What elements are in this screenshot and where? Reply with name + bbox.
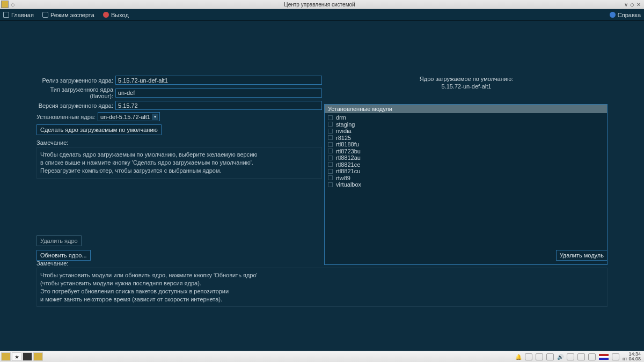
taskbar: ★ 🔔 🔊 14:34 пт 04.08 [0, 351, 644, 362]
update-kernel-button[interactable]: Обновить ядро... [36, 250, 91, 261]
note2-box: Чтобы установить модули или обновить ядр… [36, 268, 608, 307]
checkbox-icon[interactable] [328, 156, 333, 160]
checkbox-icon[interactable] [328, 162, 333, 167]
module-item[interactable]: rtl8821cu [325, 168, 607, 175]
checkbox-icon[interactable] [328, 115, 333, 120]
installed-kernels-dropdown[interactable]: un-def-5.15.72-alt1 ▾ [98, 112, 160, 121]
module-name: rtl8821ce [336, 161, 360, 168]
default-kernel-column: Ядро загружаемое по умолчанию: 5.15.72-u… [324, 76, 609, 90]
help-icon [610, 12, 616, 18]
menubar: Главная Режим эксперта Выход Справка [0, 9, 644, 21]
titlebar: ◇ Центр управления системой ∨ ◇ ✕ [0, 0, 644, 9]
module-name: rtw89 [336, 175, 350, 181]
module-name: staging [336, 121, 355, 128]
default-kernel-title: Ядро загружаемое по умолчанию: [324, 76, 609, 82]
chevron-down-icon: ▾ [152, 114, 158, 120]
taskbar-app-1[interactable] [1, 352, 11, 361]
window-title: Центр управления системой [15, 2, 624, 8]
menu-exit[interactable]: Выход [103, 12, 129, 18]
menu-expert[interactable]: Режим эксперта [42, 12, 94, 18]
close-icon[interactable]: ✕ [636, 2, 641, 8]
module-name: rtl8821cu [336, 168, 360, 174]
module-item[interactable]: rtl8812au [325, 154, 607, 161]
checkbox-icon[interactable] [328, 149, 333, 153]
tray-icon-7[interactable] [612, 353, 619, 360]
tray-icon-2[interactable] [536, 353, 543, 360]
content-area: Релиз загруженного ядра: 5.15.72-un-def-… [0, 21, 644, 351]
home-icon [3, 12, 9, 18]
release-label: Релиз загруженного ядра: [36, 77, 115, 84]
default-kernel-value: 5.15.72-un-def-alt1 [324, 83, 609, 90]
checkbox-icon[interactable] [328, 135, 333, 140]
app-icon [1, 1, 9, 8]
module-name: nvidia [336, 128, 352, 134]
version-label: Версия загруженного ядра: [36, 102, 115, 109]
module-item[interactable]: nvidia [325, 128, 607, 135]
module-item[interactable]: rtl8723bu [325, 148, 607, 155]
module-name: rtl8723bu [336, 148, 361, 154]
flavour-field[interactable]: un-def [115, 88, 322, 98]
tray-icon-5[interactable] [577, 353, 585, 360]
checkbox-icon[interactable] [328, 175, 333, 180]
version-field[interactable]: 5.15.72 [115, 101, 322, 110]
module-name: r8125 [336, 135, 351, 141]
display-icon [42, 12, 48, 18]
module-item[interactable]: r8125 [325, 135, 607, 142]
taskbar-app-4[interactable] [33, 352, 43, 361]
module-item[interactable]: virtualbox [325, 181, 607, 188]
kernel-info-column: Релиз загруженного ядра: 5.15.72-un-def-… [36, 76, 322, 179]
menu-home[interactable]: Главная [3, 12, 34, 18]
module-name: rtl8812au [336, 154, 361, 161]
tray-icon-1[interactable] [525, 353, 532, 360]
tray-icon-4[interactable] [567, 353, 574, 360]
module-item[interactable]: rtw89 [325, 175, 607, 182]
checkbox-icon[interactable] [328, 122, 333, 127]
module-item[interactable]: drm [325, 114, 607, 121]
module-name: rtl8188fu [336, 141, 359, 147]
bell-icon[interactable]: 🔔 [515, 354, 522, 360]
flavour-label: Тип загруженного ядра (flavour): [36, 86, 115, 99]
note-label: Замечание: [36, 139, 322, 146]
delete-module-button[interactable]: Удалить модуль [556, 250, 608, 261]
modules-list: drmstagingnvidiar8125rtl8188furtl8723bur… [325, 113, 607, 189]
taskbar-app-2[interactable]: ★ [12, 352, 21, 361]
note2-label: Замечание: [36, 260, 68, 267]
release-field[interactable]: 5.15.72-un-def-alt1 [115, 76, 322, 85]
module-item[interactable]: rtl8821ce [325, 161, 607, 168]
module-name: drm [336, 114, 346, 121]
clock[interactable]: 14:34 пт 04.08 [623, 352, 641, 361]
volume-icon[interactable]: 🔊 [557, 354, 564, 360]
chevron-icon: ◇ [11, 2, 15, 8]
checkbox-icon[interactable] [328, 169, 333, 174]
installed-modules-box: Установленные модули drmstagingnvidiar81… [324, 104, 608, 265]
module-item[interactable]: staging [325, 121, 607, 128]
make-default-kernel-button[interactable]: Сделать ядро загружаемым по умолчанию [36, 124, 162, 135]
delete-kernel-button[interactable]: Удалить ядро [36, 235, 82, 246]
keyboard-layout-flag[interactable] [599, 354, 609, 360]
note-box: Чтобы сделать ядро загружаемым по умолча… [36, 147, 322, 179]
maximize-icon[interactable]: ◇ [630, 2, 634, 8]
module-name: virtualbox [336, 181, 361, 188]
checkbox-icon[interactable] [328, 142, 333, 147]
minimize-icon[interactable]: ∨ [624, 2, 628, 8]
checkbox-icon[interactable] [328, 129, 333, 134]
module-item[interactable]: rtl8188fu [325, 141, 607, 148]
taskbar-app-3[interactable] [23, 352, 32, 361]
checkbox-icon[interactable] [328, 182, 333, 187]
installed-kernels-label: Установленные ядра: [36, 114, 96, 120]
exit-icon [103, 12, 109, 18]
tray-icon-3[interactable] [546, 353, 554, 360]
installed-modules-header: Установленные модули [325, 105, 607, 113]
tray-icon-6[interactable] [588, 353, 596, 360]
menu-help[interactable]: Справка [610, 12, 641, 18]
